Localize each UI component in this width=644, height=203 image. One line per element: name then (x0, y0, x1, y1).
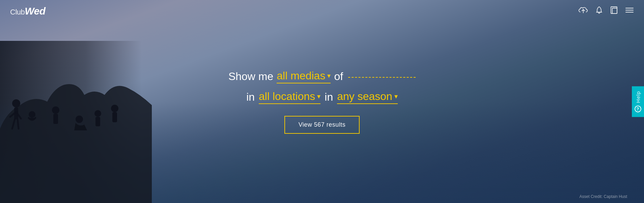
hamburger-menu-icon[interactable] (625, 7, 634, 16)
search-widget: Show me all medias ▾ of in all locations… (204, 70, 440, 134)
svg-line-5 (18, 119, 19, 129)
media-dropdown[interactable]: all medias ▾ (277, 70, 331, 83)
keyword-input[interactable] (348, 75, 416, 78)
search-line-2: in all locations ▾ in any season ▾ (204, 90, 440, 104)
asset-credit-text: Asset Credit: Captain Hust (580, 194, 627, 199)
season-dropdown-chevron: ▾ (394, 92, 398, 100)
location-dropdown[interactable]: all locations ▾ (259, 90, 320, 104)
asset-credit: Asset Credit: Captain Hust (580, 194, 627, 199)
svg-point-10 (94, 110, 101, 117)
logo[interactable]: Club Wed (10, 5, 46, 17)
nav-icons (579, 6, 634, 16)
help-icon: ? (635, 105, 641, 112)
svg-rect-16 (611, 7, 617, 14)
media-dropdown-chevron: ▾ (327, 72, 331, 80)
help-tab[interactable]: ? Help (632, 86, 644, 117)
help-label: Help (635, 91, 641, 103)
svg-rect-17 (612, 8, 617, 14)
media-dropdown-label: all medias (277, 70, 325, 82)
svg-point-0 (12, 99, 20, 107)
location-dropdown-label: all locations (259, 90, 315, 103)
svg-point-12 (111, 105, 118, 112)
view-results-button[interactable]: View 567 results (284, 116, 360, 134)
season-dropdown-label: any season (337, 90, 392, 103)
show-me-label: Show me (228, 70, 273, 83)
in2-label: in (325, 91, 333, 103)
svg-point-7 (52, 106, 59, 114)
svg-point-6 (29, 111, 35, 118)
location-dropdown-chevron: ▾ (317, 92, 320, 100)
svg-rect-11 (95, 117, 100, 126)
svg-point-9 (76, 116, 83, 123)
navbar: Club Wed (0, 0, 644, 22)
upload-cloud-icon[interactable] (579, 6, 588, 16)
of-label: of (334, 70, 343, 83)
bookmark-icon[interactable] (610, 6, 618, 16)
svg-rect-8 (53, 114, 58, 124)
bell-icon[interactable] (595, 6, 603, 16)
logo-club-text: Club (10, 8, 25, 17)
in1-label: in (246, 91, 255, 103)
svg-rect-13 (112, 112, 117, 122)
search-line-1: Show me all medias ▾ of (204, 70, 440, 83)
hero-image-silhouette (0, 27, 152, 203)
logo-wed-text: Wed (25, 5, 45, 17)
season-dropdown[interactable]: any season ▾ (337, 90, 398, 104)
